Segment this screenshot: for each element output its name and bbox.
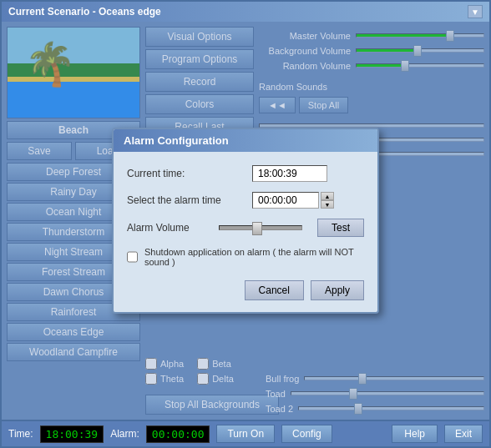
alarm-volume-label: Alarm Volume: [127, 222, 210, 234]
turn-on-btn[interactable]: Turn On: [216, 425, 275, 443]
modal-title: Alarm Configuration: [114, 129, 377, 152]
shutdown-row: Shutdown application on alarm ( the alar…: [127, 247, 364, 267]
spin-buttons: ▲ ▼: [321, 192, 334, 209]
window-close-btn[interactable]: ▼: [468, 5, 483, 18]
alarm-volume-slider[interactable]: [219, 225, 302, 230]
current-time-value[interactable]: [252, 165, 327, 182]
apply-btn[interactable]: Apply: [311, 280, 364, 300]
test-btn[interactable]: Test: [317, 219, 364, 237]
window-title: Current Scenario - Oceans edge: [8, 6, 161, 18]
title-bar: Current Scenario - Oceans edge ▼: [2, 2, 489, 22]
modal-body: Current time: Select the alarm time ▲ ▼: [114, 152, 377, 280]
config-btn[interactable]: Config: [281, 425, 332, 443]
shutdown-checkbox[interactable]: [127, 251, 138, 263]
modal-footer: Cancel Apply: [114, 280, 377, 312]
cancel-btn[interactable]: Cancel: [245, 280, 304, 300]
main-content: Beach Save Load Deep Forest Rainy Day Oc…: [2, 22, 489, 420]
exit-btn[interactable]: Exit: [444, 425, 483, 443]
spin-down-btn[interactable]: ▼: [321, 200, 334, 209]
main-window: Current Scenario - Oceans edge ▼ Beach S…: [0, 0, 491, 448]
alarm-display: 00:00:00: [146, 425, 210, 443]
help-btn[interactable]: Help: [392, 425, 438, 443]
current-time-label: Current time:: [127, 168, 244, 179]
alarm-label: Alarm:: [110, 428, 139, 440]
alarm-volume-row: Alarm Volume Test: [127, 219, 364, 237]
alarm-config-modal: Alarm Configuration Current time: Select…: [112, 128, 379, 314]
alarm-time-label: Select the alarm time: [127, 194, 244, 206]
current-time-row: Current time:: [127, 165, 364, 182]
alarm-time-row: Select the alarm time ▲ ▼: [127, 192, 364, 209]
status-bar: Time: 18:00:39 Alarm: 00:00:00 Turn On C…: [2, 420, 489, 446]
modal-overlay: Alarm Configuration Current time: Select…: [2, 22, 489, 420]
alarm-time-spinner: ▲ ▼: [252, 192, 334, 209]
shutdown-label: Shutdown application on alarm ( the alar…: [144, 247, 364, 267]
time-display: 18:00:39: [40, 425, 104, 443]
time-label: Time:: [8, 428, 33, 440]
alarm-time-input[interactable]: [252, 192, 319, 209]
spin-up-btn[interactable]: ▲: [321, 192, 334, 200]
